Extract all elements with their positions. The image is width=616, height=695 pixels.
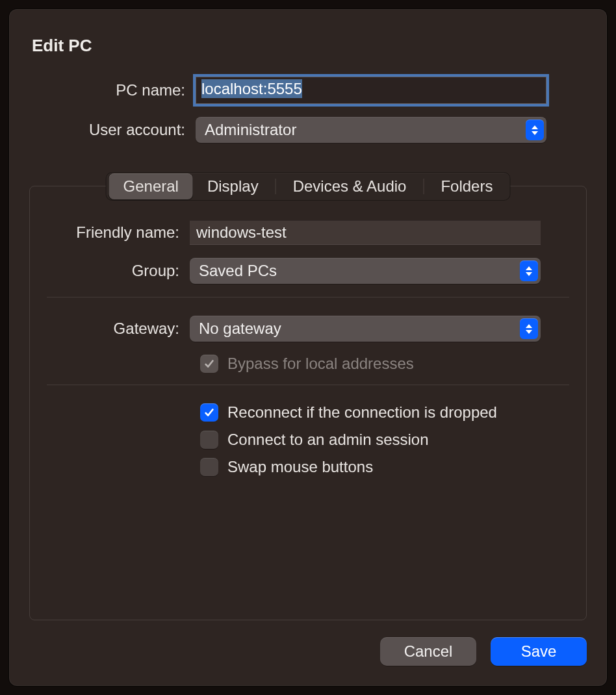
admin-checkbox-row: Connect to an admin session: [200, 431, 569, 449]
edit-pc-dialog: Edit PC PC name: localhost:5555 User acc…: [9, 9, 607, 686]
tab-display[interactable]: Display: [193, 173, 273, 199]
group-row: Group: Saved PCs: [47, 258, 569, 284]
swap-checkbox-row: Swap mouse buttons: [200, 458, 569, 476]
check-icon: [203, 407, 215, 418]
cancel-button[interactable]: Cancel: [380, 637, 476, 666]
pc-name-input[interactable]: localhost:5555: [196, 77, 546, 104]
tabbar: General Display Devices & Audio Folders: [106, 172, 511, 201]
swap-checkbox[interactable]: [200, 458, 218, 476]
settings-groupbox: General Display Devices & Audio Folders …: [29, 186, 587, 620]
divider: [47, 385, 569, 385]
pc-name-row: PC name: localhost:5555: [29, 77, 587, 104]
admin-label: Connect to an admin session: [227, 431, 429, 449]
gateway-row: Gateway: No gateway: [47, 316, 569, 342]
check-icon: [203, 358, 215, 370]
admin-checkbox[interactable]: [200, 431, 218, 449]
pc-name-label: PC name:: [29, 81, 196, 99]
user-account-value: Administrator: [205, 121, 296, 139]
dialog-footer: Cancel Save: [29, 637, 587, 666]
user-account-select[interactable]: Administrator: [196, 117, 546, 143]
friendly-name-row: Friendly name: windows-test: [47, 220, 569, 245]
pc-name-value: localhost:5555: [201, 79, 302, 98]
updown-icon: [520, 260, 538, 281]
updown-icon: [520, 318, 538, 339]
gateway-label: Gateway:: [47, 320, 190, 338]
swap-label: Swap mouse buttons: [227, 458, 373, 476]
bypass-checkbox: [200, 355, 218, 373]
tab-folders[interactable]: Folders: [426, 173, 507, 199]
tab-devices-audio[interactable]: Devices & Audio: [279, 173, 421, 199]
friendly-name-input[interactable]: windows-test: [190, 220, 541, 245]
group-select[interactable]: Saved PCs: [190, 258, 541, 284]
save-button[interactable]: Save: [491, 637, 587, 666]
group-label: Group:: [47, 262, 190, 280]
reconnect-checkbox-row: Reconnect if the connection is dropped: [200, 403, 569, 422]
reconnect-label: Reconnect if the connection is dropped: [227, 403, 497, 422]
reconnect-checkbox[interactable]: [200, 403, 218, 422]
gateway-select[interactable]: No gateway: [190, 316, 541, 342]
updown-icon: [526, 120, 544, 140]
bypass-checkbox-row: Bypass for local addresses: [200, 355, 569, 373]
divider: [47, 297, 569, 297]
dialog-title: Edit PC: [32, 36, 587, 56]
user-account-row: User account: Administrator: [29, 117, 587, 143]
user-account-label: User account:: [29, 121, 196, 139]
bypass-label: Bypass for local addresses: [227, 355, 414, 373]
friendly-name-label: Friendly name:: [47, 223, 190, 242]
tab-general[interactable]: General: [109, 173, 193, 199]
